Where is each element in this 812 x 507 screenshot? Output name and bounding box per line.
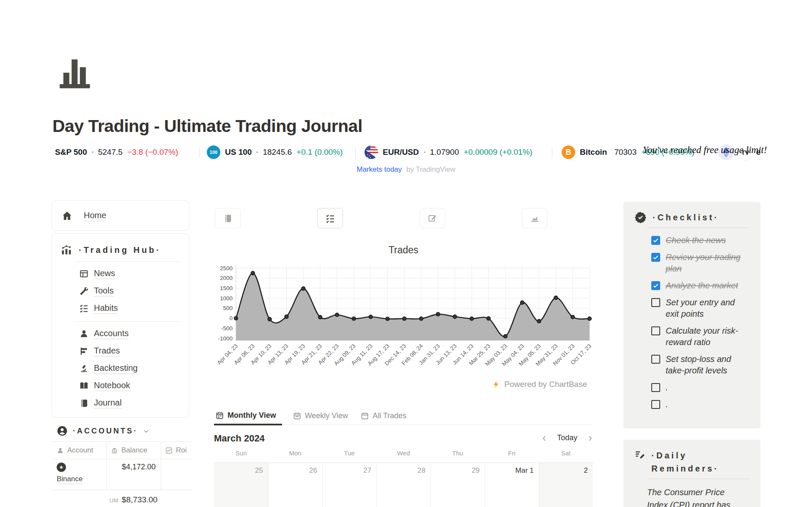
journal-view-button[interactable] <box>215 208 241 228</box>
area-chart-icon <box>530 214 540 223</box>
calendar-cell[interactable]: 25 <box>214 463 268 507</box>
divider <box>77 261 181 262</box>
column-label: Roi <box>176 446 187 455</box>
ticker-sp500[interactable]: S&P 500 5247.5 −3.8 (−0.07%) <box>55 142 178 162</box>
person-badge-icon <box>57 425 68 436</box>
account-cell[interactable]: ★ Binance <box>52 459 106 490</box>
sidebar-item-label: Notebook <box>94 381 130 391</box>
checkbox-unchecked[interactable] <box>651 355 660 364</box>
roi-cell[interactable] <box>161 459 192 490</box>
calendar-cell[interactable]: 29 <box>431 463 485 507</box>
chevron-down-icon[interactable] <box>143 428 149 434</box>
today-button[interactable]: Today <box>557 433 577 442</box>
trading-hub-card: ·Trading Hub· News Tools Habits <box>52 233 189 418</box>
checkbox-unchecked[interactable] <box>651 400 660 409</box>
compose-icon <box>428 214 437 223</box>
weekday-label: Thu <box>431 449 485 457</box>
page-title: Day Trading - Ultimate Trading Journal <box>52 116 362 136</box>
table-sum-row: UM $8,733.00 <box>52 490 192 504</box>
sum-label: UM <box>110 497 118 504</box>
reminders-header: ·Daily Reminders· <box>634 449 749 475</box>
column-header-balance[interactable]: Balance <box>106 442 161 459</box>
balance-cell[interactable]: $4,172.00 <box>106 459 161 490</box>
microscope-icon <box>79 364 89 373</box>
checkbox-unchecked[interactable] <box>651 383 660 392</box>
reminders-title: ·Daily Reminders· <box>651 449 749 475</box>
account-link[interactable]: Binance <box>57 475 82 484</box>
ticker-change: +0.1 (0.00%) <box>296 148 343 157</box>
svg-text:1000: 1000 <box>220 295 233 301</box>
checklist-item: Review your trading plan <box>651 252 749 274</box>
chevron-right-icon[interactable]: › <box>588 432 592 443</box>
calendar-icon <box>293 412 301 420</box>
bank-icon <box>111 447 118 454</box>
checkbox-checked[interactable] <box>651 253 660 262</box>
star-circle-icon: ★ <box>57 463 66 472</box>
checklist-view-button[interactable] <box>317 208 343 228</box>
accounts-table: Account Balance Roi ★ Binance $4,172.00 <box>52 441 192 504</box>
tab-weekly-view[interactable]: Weekly View <box>291 407 350 425</box>
sidebar-item-habits[interactable]: Habits <box>52 300 189 317</box>
checklist-card: ·Checklist· Check the news Review your t… <box>623 202 760 428</box>
chart-view-button[interactable] <box>522 208 548 228</box>
sidebar-item-backtesting[interactable]: Backtesting <box>52 360 189 377</box>
sidebar-item-notebook[interactable]: Notebook <box>52 377 189 395</box>
ticker-eurusd[interactable]: EUR/USD 1.07900 +0.00009 (+0.01%) <box>365 142 532 162</box>
divider <box>77 321 181 322</box>
checklist-item-label: Set your entry and exit points <box>666 297 749 320</box>
home-card[interactable]: Home <box>52 200 189 231</box>
sidebar-item-tools[interactable]: Tools <box>52 282 189 300</box>
checklist-item-label: Review your trading plan <box>666 252 749 274</box>
checklist-item-label: Set stop-loss and take-profit levels <box>666 354 749 376</box>
tab-label: Weekly View <box>305 411 348 420</box>
balance-sum[interactable]: UM $8,733.00 <box>106 490 161 504</box>
markets-today-link[interactable]: Markets today <box>357 165 402 173</box>
sidebar-item-label: Habits <box>94 303 118 314</box>
chart-title: Trades <box>214 244 593 256</box>
weekday-label: Wed <box>376 449 431 457</box>
calendar-cell[interactable]: 2 <box>539 463 593 507</box>
page: Day Trading - Ultimate Trading Journal S… <box>0 0 812 507</box>
sidebar-item-accounts[interactable]: Accounts <box>52 325 189 343</box>
tab-label: Monthly View <box>228 411 276 420</box>
sidebar-item-journal[interactable]: Journal <box>52 395 189 412</box>
column-header-roi[interactable]: Roi <box>161 442 192 459</box>
calendar-cell[interactable]: 26 <box>268 463 322 507</box>
ticker-divider <box>552 147 552 158</box>
checklist-item-label: Check the news <box>666 235 726 246</box>
tab-monthly-view[interactable]: Monthly View <box>214 407 282 425</box>
tab-all-trades[interactable]: All Trades <box>359 407 408 425</box>
checkbox-checked[interactable] <box>651 236 660 245</box>
checklist-header: ·Checklist· <box>634 211 749 224</box>
checkbox-unchecked[interactable] <box>651 298 660 307</box>
svg-text:1500: 1500 <box>220 285 233 291</box>
calendar-cell[interactable]: 28 <box>376 463 431 507</box>
column-header-account[interactable]: Account <box>52 442 106 459</box>
daily-reminders-card: ·Daily Reminders· The Consumer Price Ind… <box>623 440 760 507</box>
chart-bars-trend-icon <box>60 244 72 256</box>
ticker-us100[interactable]: 100 US 100 18245.6 +0.1 (0.00%) <box>207 142 343 162</box>
table-row: ★ Binance $4,172.00 <box>52 459 192 490</box>
trading-hub-header: ·Trading Hub· <box>52 244 189 256</box>
list-pencil-icon <box>634 449 645 461</box>
checkbox-unchecked[interactable] <box>651 326 660 335</box>
chevron-left-icon[interactable]: ‹ <box>543 432 546 443</box>
bar-chart-icon <box>56 57 94 90</box>
compose-view-button[interactable] <box>420 208 445 228</box>
by-tradingview-label: by TradingView <box>406 165 455 173</box>
chart-up-icon <box>165 447 173 454</box>
open-book-icon <box>79 381 89 391</box>
sidebar-item-trades[interactable]: Trades <box>52 343 189 360</box>
calendar-header: March 2024 ‹ Today › <box>214 431 593 447</box>
divider <box>647 227 749 228</box>
checklist-item-label: Calculate your risk-reward ratio <box>666 325 749 348</box>
calendar-cell[interactable]: Mar 1 <box>485 463 539 507</box>
column-label: Account <box>67 446 93 455</box>
accounts-section-header[interactable]: ·ACCOUNTS· <box>57 425 149 436</box>
checkbox-checked[interactable] <box>651 281 660 290</box>
calendar-cell[interactable]: 27 <box>322 463 376 507</box>
sidebar-item-news[interactable]: News <box>52 265 189 282</box>
trading-hub-title: ·Trading Hub· <box>79 245 161 255</box>
page-bar-chart-icon[interactable] <box>56 57 94 91</box>
sidebar-item-home[interactable]: Home <box>84 211 106 221</box>
